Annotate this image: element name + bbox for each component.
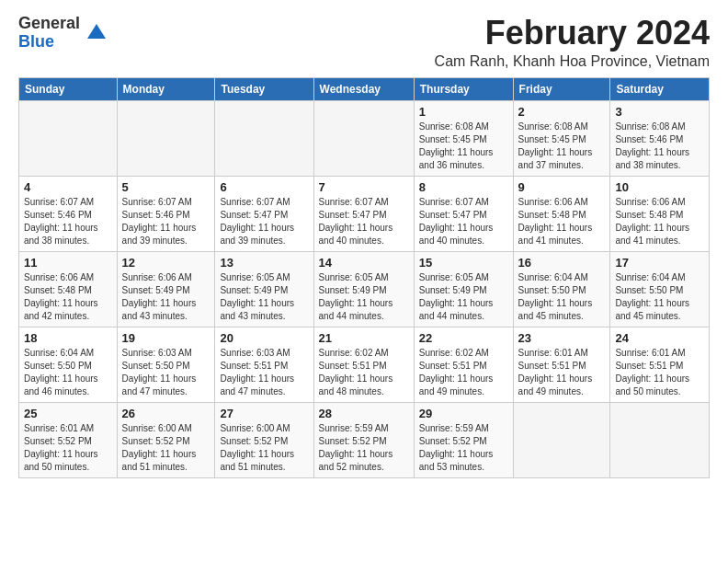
- day-cell: 19Sunrise: 6:03 AM Sunset: 5:50 PM Dayli…: [117, 327, 215, 402]
- day-info: Sunrise: 6:07 AM Sunset: 5:47 PM Dayligh…: [319, 196, 409, 247]
- day-info: Sunrise: 6:04 AM Sunset: 5:50 PM Dayligh…: [518, 271, 606, 323]
- day-cell: 10Sunrise: 6:06 AM Sunset: 5:48 PM Dayli…: [610, 176, 710, 251]
- calendar-table: SundayMondayTuesdayWednesdayThursdayFrid…: [18, 77, 710, 478]
- day-info: Sunrise: 6:05 AM Sunset: 5:49 PM Dayligh…: [419, 271, 508, 323]
- day-number: 27: [220, 407, 308, 420]
- day-info: Sunrise: 6:01 AM Sunset: 5:52 PM Dayligh…: [24, 422, 112, 474]
- day-cell: 8Sunrise: 6:07 AM Sunset: 5:47 PM Daylig…: [414, 176, 513, 251]
- logo: General Blue: [18, 15, 109, 52]
- calendar-title: February 2024: [435, 15, 710, 52]
- day-info: Sunrise: 6:01 AM Sunset: 5:51 PM Dayligh…: [615, 347, 704, 398]
- day-number: 16: [518, 256, 606, 270]
- day-cell: [215, 100, 313, 176]
- week-row-1: 1Sunrise: 6:08 AM Sunset: 5:45 PM Daylig…: [19, 100, 710, 176]
- day-number: 18: [24, 331, 112, 345]
- day-info: Sunrise: 6:03 AM Sunset: 5:51 PM Dayligh…: [220, 347, 308, 398]
- day-info: Sunrise: 6:00 AM Sunset: 5:52 PM Dayligh…: [122, 422, 210, 474]
- week-row-2: 4Sunrise: 6:07 AM Sunset: 5:46 PM Daylig…: [19, 176, 710, 251]
- day-cell: 24Sunrise: 6:01 AM Sunset: 5:51 PM Dayli…: [610, 327, 710, 402]
- day-cell: 12Sunrise: 6:06 AM Sunset: 5:49 PM Dayli…: [117, 251, 215, 327]
- day-number: 21: [319, 331, 409, 345]
- logo-blue: Blue: [18, 33, 80, 52]
- week-row-3: 11Sunrise: 6:06 AM Sunset: 5:48 PM Dayli…: [19, 251, 710, 327]
- header-cell-wednesday: Wednesday: [313, 77, 414, 100]
- day-number: 9: [518, 180, 606, 194]
- day-info: Sunrise: 6:06 AM Sunset: 5:49 PM Dayligh…: [122, 271, 210, 323]
- day-number: 3: [615, 105, 704, 119]
- header-cell-friday: Friday: [513, 77, 610, 100]
- header-cell-thursday: Thursday: [414, 77, 513, 100]
- logo-text: General Blue: [18, 15, 80, 52]
- day-info: Sunrise: 6:08 AM Sunset: 5:45 PM Dayligh…: [518, 121, 606, 172]
- header-cell-sunday: Sunday: [19, 77, 118, 100]
- calendar-subtitle: Cam Ranh, Khanh Hoa Province, Vietnam: [435, 53, 710, 70]
- day-number: 24: [615, 331, 704, 345]
- day-number: 4: [24, 180, 112, 194]
- day-info: Sunrise: 6:05 AM Sunset: 5:49 PM Dayligh…: [319, 271, 409, 323]
- day-info: Sunrise: 6:08 AM Sunset: 5:46 PM Dayligh…: [615, 121, 704, 172]
- day-number: 20: [220, 331, 308, 345]
- day-number: 25: [24, 407, 112, 420]
- svg-marker-0: [87, 24, 106, 39]
- logo-general: General: [18, 15, 80, 33]
- day-number: 12: [122, 256, 210, 270]
- day-info: Sunrise: 6:03 AM Sunset: 5:50 PM Dayligh…: [122, 347, 210, 398]
- day-info: Sunrise: 6:07 AM Sunset: 5:46 PM Dayligh…: [24, 196, 112, 247]
- day-cell: 27Sunrise: 6:00 AM Sunset: 5:52 PM Dayli…: [215, 402, 313, 477]
- day-info: Sunrise: 5:59 AM Sunset: 5:52 PM Dayligh…: [319, 422, 409, 474]
- day-number: 19: [122, 331, 210, 345]
- day-cell: 29Sunrise: 5:59 AM Sunset: 5:52 PM Dayli…: [414, 402, 513, 477]
- day-info: Sunrise: 5:59 AM Sunset: 5:52 PM Dayligh…: [419, 422, 508, 474]
- day-number: 8: [419, 180, 508, 194]
- day-number: 5: [122, 180, 210, 194]
- logo-icon: [84, 20, 109, 46]
- page-header: General Blue February 2024 Cam Ranh, Kha…: [18, 15, 710, 70]
- day-info: Sunrise: 6:00 AM Sunset: 5:52 PM Dayligh…: [220, 422, 308, 474]
- day-cell: [19, 100, 118, 176]
- day-cell: 5Sunrise: 6:07 AM Sunset: 5:46 PM Daylig…: [117, 176, 215, 251]
- day-number: 1: [419, 105, 508, 119]
- day-number: 26: [122, 407, 210, 420]
- day-number: 17: [615, 256, 704, 270]
- day-info: Sunrise: 6:07 AM Sunset: 5:46 PM Dayligh…: [122, 196, 210, 247]
- day-number: 11: [24, 256, 112, 270]
- day-info: Sunrise: 6:06 AM Sunset: 5:48 PM Dayligh…: [615, 196, 704, 247]
- day-cell: 3Sunrise: 6:08 AM Sunset: 5:46 PM Daylig…: [610, 100, 710, 176]
- day-cell: 2Sunrise: 6:08 AM Sunset: 5:45 PM Daylig…: [513, 100, 610, 176]
- day-number: 29: [419, 407, 508, 420]
- day-cell: 4Sunrise: 6:07 AM Sunset: 5:46 PM Daylig…: [19, 176, 118, 251]
- day-number: 23: [518, 331, 606, 345]
- day-info: Sunrise: 6:04 AM Sunset: 5:50 PM Dayligh…: [615, 271, 704, 323]
- day-info: Sunrise: 6:02 AM Sunset: 5:51 PM Dayligh…: [319, 347, 409, 398]
- day-cell: 25Sunrise: 6:01 AM Sunset: 5:52 PM Dayli…: [19, 402, 118, 477]
- day-cell: 13Sunrise: 6:05 AM Sunset: 5:49 PM Dayli…: [215, 251, 313, 327]
- day-number: 7: [319, 180, 409, 194]
- header-cell-saturday: Saturday: [610, 77, 710, 100]
- day-info: Sunrise: 6:05 AM Sunset: 5:49 PM Dayligh…: [220, 271, 308, 323]
- day-cell: 6Sunrise: 6:07 AM Sunset: 5:47 PM Daylig…: [215, 176, 313, 251]
- day-number: 6: [220, 180, 308, 194]
- day-info: Sunrise: 6:07 AM Sunset: 5:47 PM Dayligh…: [220, 196, 308, 247]
- day-cell: 22Sunrise: 6:02 AM Sunset: 5:51 PM Dayli…: [414, 327, 513, 402]
- day-number: 15: [419, 256, 508, 270]
- day-number: 28: [319, 407, 409, 420]
- day-cell: [313, 100, 414, 176]
- day-cell: [513, 402, 610, 477]
- day-cell: 1Sunrise: 6:08 AM Sunset: 5:45 PM Daylig…: [414, 100, 513, 176]
- day-info: Sunrise: 6:02 AM Sunset: 5:51 PM Dayligh…: [419, 347, 508, 398]
- day-cell: 17Sunrise: 6:04 AM Sunset: 5:50 PM Dayli…: [610, 251, 710, 327]
- day-cell: [610, 402, 710, 477]
- day-info: Sunrise: 6:08 AM Sunset: 5:45 PM Dayligh…: [419, 121, 508, 172]
- day-cell: 18Sunrise: 6:04 AM Sunset: 5:50 PM Dayli…: [19, 327, 118, 402]
- day-cell: [117, 100, 215, 176]
- week-row-4: 18Sunrise: 6:04 AM Sunset: 5:50 PM Dayli…: [19, 327, 710, 402]
- day-number: 22: [419, 331, 508, 345]
- day-info: Sunrise: 6:04 AM Sunset: 5:50 PM Dayligh…: [24, 347, 112, 398]
- day-cell: 20Sunrise: 6:03 AM Sunset: 5:51 PM Dayli…: [215, 327, 313, 402]
- day-info: Sunrise: 6:01 AM Sunset: 5:51 PM Dayligh…: [518, 347, 606, 398]
- day-cell: 7Sunrise: 6:07 AM Sunset: 5:47 PM Daylig…: [313, 176, 414, 251]
- header-cell-monday: Monday: [117, 77, 215, 100]
- day-cell: 26Sunrise: 6:00 AM Sunset: 5:52 PM Dayli…: [117, 402, 215, 477]
- day-number: 10: [615, 180, 704, 194]
- day-cell: 23Sunrise: 6:01 AM Sunset: 5:51 PM Dayli…: [513, 327, 610, 402]
